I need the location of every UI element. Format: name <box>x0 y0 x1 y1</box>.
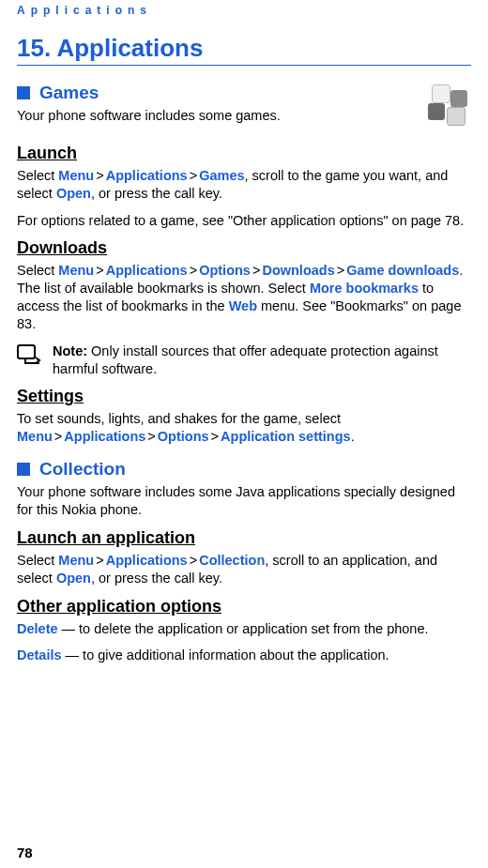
gt-icon: > <box>251 263 262 278</box>
sub-heading-other-options: Other application options <box>17 597 471 617</box>
text: — to delete the application or applicati… <box>58 621 429 636</box>
gt-icon: > <box>188 168 199 183</box>
web-kw: Web <box>229 298 257 313</box>
details-kw: Details <box>17 647 62 662</box>
applications-kw: Applications <box>64 429 145 444</box>
sub-heading-launch: Launch <box>17 144 471 163</box>
sub-heading-settings: Settings <box>17 387 471 406</box>
see-other-options: For options related to a game, see "Othe… <box>17 212 471 230</box>
text: Select <box>17 553 58 568</box>
note-text: Note: Only install sources that offer ad… <box>53 343 471 378</box>
gt-icon: > <box>145 429 157 444</box>
applications-kw: Applications <box>106 263 188 278</box>
text: . <box>351 429 355 444</box>
gt-icon: > <box>335 263 346 278</box>
section-heading-collection: Collection <box>39 459 126 480</box>
application-settings-kw: Application settings <box>221 429 351 444</box>
details-line: Details — to give additional information… <box>17 647 471 664</box>
options-kw: Options <box>199 263 251 278</box>
page-number: 78 <box>17 845 33 860</box>
applications-kw: Applications <box>106 168 188 183</box>
text: , or press the call key. <box>91 571 222 586</box>
menu-kw: Menu <box>17 429 53 444</box>
games-image <box>426 83 471 128</box>
gt-icon: > <box>94 168 105 183</box>
chapter-rule <box>17 65 471 66</box>
options-kw: Options <box>158 429 209 444</box>
game-downloads-kw: Game downloads <box>346 263 459 278</box>
menu-kw: Menu <box>58 553 94 568</box>
text: Select <box>17 263 58 278</box>
text: — to give additional information about t… <box>62 647 389 662</box>
text: , or press the call key. <box>91 186 222 201</box>
gt-icon: > <box>188 553 199 568</box>
launch-app-paragraph: Select Menu>Applications>Collection, scr… <box>17 552 471 587</box>
gt-icon: > <box>94 553 105 568</box>
gt-icon: > <box>94 263 105 278</box>
text: To set sounds, lights, and shakes for th… <box>17 411 341 426</box>
downloads-kw: Downloads <box>262 263 334 278</box>
note-block: Note: Only install sources that offer ad… <box>17 343 471 378</box>
note-icon <box>17 343 43 369</box>
games-kw: Games <box>199 168 244 183</box>
settings-paragraph: To set sounds, lights, and shakes for th… <box>17 410 471 446</box>
more-bookmarks-kw: More bookmarks <box>310 281 419 296</box>
applications-kw: Applications <box>106 553 188 568</box>
chapter-title: 15. Applications <box>17 34 471 63</box>
running-header: Applications <box>17 0 471 17</box>
svg-rect-0 <box>18 345 35 358</box>
text: Select <box>17 168 58 183</box>
note-body: Only install sources that offer adequate… <box>53 343 438 376</box>
gt-icon: > <box>209 429 221 444</box>
gt-icon: > <box>53 429 64 444</box>
note-label: Note: <box>53 343 87 358</box>
open-kw: Open <box>56 186 91 201</box>
games-intro: Your phone software includes some games. <box>17 107 471 125</box>
collection-kw: Collection <box>199 553 265 568</box>
collection-intro: Your phone software includes some Java a… <box>17 483 471 519</box>
section-bullet-icon <box>17 86 30 99</box>
delete-line: Delete — to delete the application or ap… <box>17 620 471 638</box>
sub-heading-launch-app: Launch an application <box>17 528 471 548</box>
launch-paragraph: Select Menu>Applications>Games, scroll t… <box>17 167 471 203</box>
open-kw: Open <box>56 571 91 586</box>
downloads-paragraph: Select Menu>Applications>Options>Downloa… <box>17 262 471 332</box>
sub-heading-downloads: Downloads <box>17 238 471 258</box>
menu-kw: Menu <box>58 263 94 278</box>
section-bullet-icon <box>17 463 30 476</box>
delete-kw: Delete <box>17 621 58 636</box>
menu-kw: Menu <box>58 168 94 183</box>
gt-icon: > <box>188 263 199 278</box>
section-heading-games: Games <box>39 83 99 103</box>
